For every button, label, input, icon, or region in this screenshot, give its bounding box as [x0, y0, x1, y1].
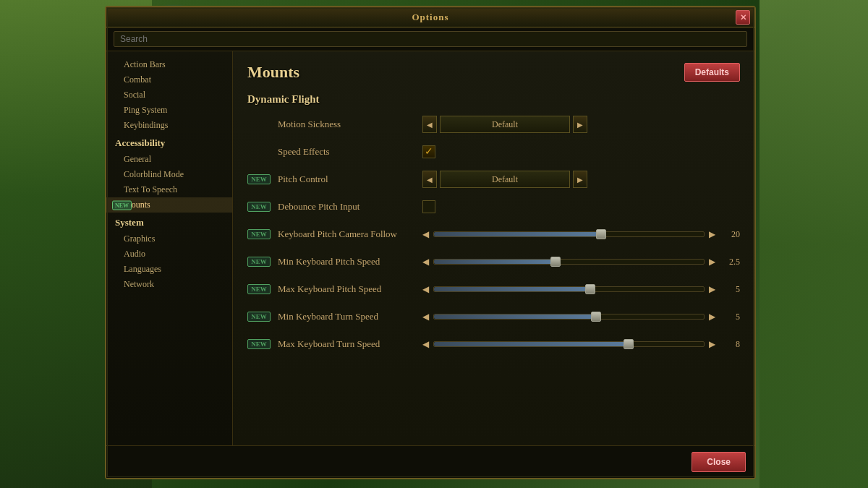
debounce-pitch-new-badge: NEW — [247, 202, 271, 212]
max-kb-turn-speed-fill — [434, 342, 629, 346]
dialog-footer: Close — [106, 445, 754, 478]
kb-pitch-camera-new-badge: NEW — [247, 229, 271, 239]
min-kb-turn-speed-fill — [434, 314, 596, 319]
speed-effects-checkmark: ✓ — [425, 147, 433, 157]
defaults-button[interactable]: Defaults — [684, 63, 740, 82]
max-kb-pitch-speed-left[interactable]: ◀ — [422, 284, 429, 295]
kb-pitch-camera-thumb[interactable] — [596, 229, 606, 239]
min-kb-turn-speed-label: Min Keyboard Turn Speed — [278, 311, 422, 322]
min-kb-pitch-speed-value: 2.5 — [720, 257, 740, 267]
debounce-pitch-label: Debounce Pitch Input — [278, 201, 422, 213]
option-row-max-kb-pitch-speed: NEW Max Keyboard Pitch Speed ◀ ▶ 5 — [247, 279, 740, 299]
option-row-kb-pitch-camera: NEW Keyboard Pitch Camera Follow ◀ ▶ 20 — [247, 224, 740, 244]
pitch-control-next-btn[interactable]: ▶ — [573, 171, 587, 188]
min-kb-pitch-speed-new-badge: NEW — [247, 257, 271, 267]
sidebar-item-languages[interactable]: Languages — [106, 262, 232, 277]
search-bar-row — [106, 27, 754, 51]
min-kb-turn-speed-right[interactable]: ▶ — [709, 312, 715, 322]
sidebar-item-social[interactable]: Social — [106, 87, 232, 103]
sidebar-item-network[interactable]: Network — [106, 277, 232, 292]
sidebar-item-action-bars[interactable]: Action Bars — [106, 57, 232, 72]
min-kb-turn-speed-new-badge: NEW — [247, 312, 271, 322]
max-kb-pitch-speed-fill — [434, 287, 590, 291]
sidebar-section-accessibility[interactable]: Accessibility — [106, 133, 232, 152]
kb-pitch-camera-track[interactable] — [433, 231, 705, 237]
motion-sickness-value: Default — [440, 116, 570, 133]
options-dialog: Options ✕ Action Bars Combat Social Ping… — [105, 6, 756, 479]
max-kb-turn-speed-right[interactable]: ▶ — [709, 339, 715, 350]
max-kb-pitch-speed-right[interactable]: ▶ — [709, 284, 715, 295]
kb-pitch-camera-value: 20 — [720, 229, 740, 240]
min-kb-pitch-speed-track[interactable] — [433, 259, 705, 265]
min-kb-turn-speed-left[interactable]: ◀ — [422, 312, 429, 322]
sidebar-item-text-to-speech[interactable]: Text To Speech — [106, 182, 232, 197]
sidebar-item-mounts[interactable]: NEW Mounts — [106, 197, 232, 213]
sidebar: Action Bars Combat Social Ping System Ke… — [106, 51, 233, 445]
max-kb-pitch-speed-slider: ◀ ▶ 5 — [422, 284, 740, 295]
min-kb-turn-speed-thumb[interactable] — [591, 312, 601, 322]
max-kb-pitch-speed-thumb[interactable] — [585, 284, 595, 294]
bg-right-panel — [760, 0, 868, 488]
kb-pitch-camera-slider: ◀ ▶ 20 — [422, 229, 740, 240]
max-kb-turn-speed-value: 8 — [720, 339, 740, 350]
pitch-control-prev-btn[interactable]: ◀ — [422, 171, 437, 188]
dialog-title: Options — [412, 12, 448, 23]
min-kb-pitch-speed-right[interactable]: ▶ — [709, 257, 715, 267]
motion-sickness-selector: ◀ Default ▶ — [422, 116, 587, 133]
max-kb-turn-speed-slider: ◀ ▶ 8 — [422, 339, 740, 350]
max-kb-turn-speed-left[interactable]: ◀ — [422, 339, 429, 350]
min-kb-turn-speed-track[interactable] — [433, 314, 705, 320]
kb-pitch-camera-label: Keyboard Pitch Camera Follow — [278, 228, 422, 240]
option-row-motion-sickness: Motion Sickness ◀ Default ▶ — [247, 114, 740, 134]
motion-sickness-next-btn[interactable]: ▶ — [573, 116, 587, 133]
option-row-pitch-control: NEW Pitch Control ◀ Default ▶ — [247, 169, 740, 189]
debounce-pitch-checkbox[interactable] — [422, 200, 435, 213]
max-kb-pitch-speed-new-badge: NEW — [247, 284, 271, 294]
section-title: Dynamic Flight — [247, 93, 740, 106]
min-kb-pitch-speed-fill — [434, 260, 556, 264]
option-row-min-kb-turn-speed: NEW Min Keyboard Turn Speed ◀ ▶ 5 — [247, 307, 740, 327]
min-kb-turn-speed-value: 5 — [720, 312, 740, 322]
motion-sickness-prev-btn[interactable]: ◀ — [422, 116, 437, 133]
pitch-control-value: Default — [440, 171, 570, 188]
option-row-min-kb-pitch-speed: NEW Min Keyboard Pitch Speed ◀ ▶ 2.5 — [247, 252, 740, 272]
min-kb-pitch-speed-left[interactable]: ◀ — [422, 257, 429, 267]
option-row-debounce-pitch: NEW Debounce Pitch Input — [247, 197, 740, 217]
sidebar-item-audio[interactable]: Audio — [106, 247, 232, 262]
max-kb-turn-speed-thumb[interactable] — [624, 339, 634, 349]
content-header: Mounts Defaults — [247, 63, 740, 82]
max-kb-turn-speed-new-badge: NEW — [247, 339, 271, 349]
sidebar-item-keybindings[interactable]: Keybindings — [106, 118, 232, 133]
max-kb-pitch-speed-label: Max Keyboard Pitch Speed — [278, 283, 422, 295]
title-bar: Options ✕ — [106, 7, 754, 27]
sidebar-item-graphics[interactable]: Graphics — [106, 231, 232, 247]
min-kb-pitch-speed-slider: ◀ ▶ 2.5 — [422, 257, 740, 267]
title-close-button[interactable]: ✕ — [736, 10, 750, 25]
sidebar-item-general[interactable]: General — [106, 152, 232, 167]
kb-pitch-camera-slider-right[interactable]: ▶ — [709, 229, 715, 240]
pitch-control-selector: ◀ Default ▶ — [422, 171, 587, 188]
page-title: Mounts — [247, 63, 299, 82]
max-kb-turn-speed-track[interactable] — [433, 341, 705, 347]
main-content: Mounts Defaults Dynamic Flight Motion Si… — [233, 51, 754, 445]
max-kb-turn-speed-label: Max Keyboard Turn Speed — [278, 338, 422, 350]
speed-effects-label: Speed Effects — [278, 146, 422, 158]
motion-sickness-label: Motion Sickness — [278, 119, 422, 130]
max-kb-pitch-speed-value: 5 — [720, 284, 740, 295]
max-kb-pitch-speed-track[interactable] — [433, 286, 705, 292]
sidebar-section-system[interactable]: System — [106, 213, 232, 231]
sidebar-new-badge-mounts: NEW — [112, 200, 132, 210]
sidebar-item-colorblind-mode[interactable]: Colorblind Mode — [106, 167, 232, 182]
dialog-body: Action Bars Combat Social Ping System Ke… — [106, 51, 754, 445]
sidebar-item-ping-system[interactable]: Ping System — [106, 103, 232, 118]
sidebar-item-combat[interactable]: Combat — [106, 72, 232, 87]
search-input[interactable] — [114, 31, 747, 47]
close-button[interactable]: Close — [692, 452, 746, 472]
pitch-control-new-badge: NEW — [247, 174, 271, 184]
min-kb-pitch-speed-label: Min Keyboard Pitch Speed — [278, 256, 422, 267]
min-kb-turn-speed-slider: ◀ ▶ 5 — [422, 312, 740, 322]
min-kb-pitch-speed-thumb[interactable] — [550, 257, 561, 267]
speed-effects-checkbox[interactable]: ✓ — [422, 145, 435, 158]
kb-pitch-camera-fill — [434, 232, 601, 236]
kb-pitch-camera-slider-left[interactable]: ◀ — [422, 229, 429, 240]
